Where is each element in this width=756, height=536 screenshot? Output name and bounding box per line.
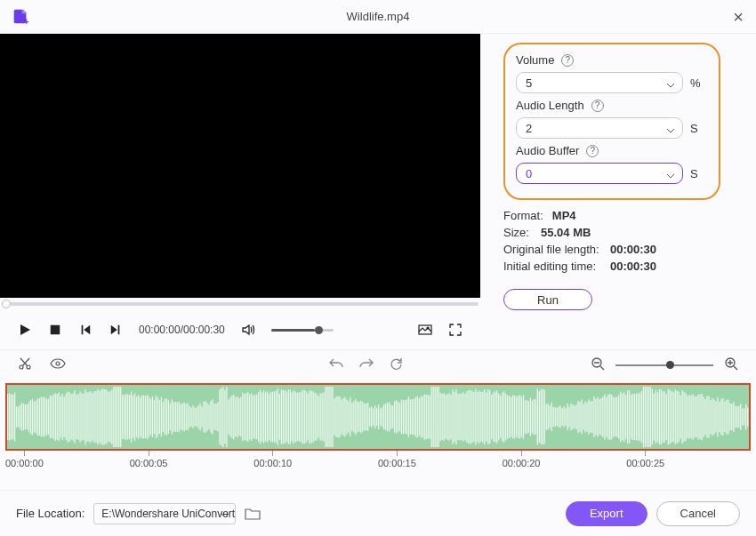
svg-rect-221: [382, 407, 382, 427]
svg-rect-406: [708, 396, 709, 438]
svg-rect-148: [253, 396, 253, 438]
svg-rect-223: [385, 404, 386, 430]
svg-rect-115: [194, 408, 195, 427]
svg-rect-16: [20, 404, 20, 428]
file-location-combo[interactable]: E:\Wondershare UniConverter: [93, 503, 236, 524]
volume-combo[interactable]: 5: [516, 72, 683, 93]
close-icon[interactable]: ×: [733, 7, 744, 28]
svg-rect-101: [170, 404, 171, 430]
run-button[interactable]: Run: [503, 289, 592, 310]
stop-icon[interactable]: [48, 323, 62, 337]
svg-rect-237: [410, 399, 411, 434]
svg-rect-283: [491, 395, 492, 439]
svg-rect-277: [480, 392, 481, 442]
svg-rect-267: [462, 392, 463, 441]
svg-rect-425: [742, 408, 743, 425]
svg-rect-188: [323, 392, 324, 441]
svg-rect-123: [208, 404, 209, 429]
svg-rect-224: [387, 403, 388, 432]
svg-rect-238: [412, 399, 413, 435]
app-logo-icon: +: [11, 7, 30, 27]
svg-rect-385: [672, 391, 672, 443]
svg-rect-265: [459, 394, 460, 440]
svg-rect-372: [648, 387, 649, 447]
svg-rect-284: [493, 393, 494, 442]
svg-rect-332: [577, 401, 578, 433]
svg-rect-363: [632, 394, 633, 440]
play-icon[interactable]: [18, 323, 32, 337]
svg-rect-164: [281, 389, 282, 444]
svg-rect-54: [86, 392, 87, 441]
volume-slider[interactable]: [271, 329, 334, 332]
svg-rect-337: [586, 403, 587, 432]
timeline-ruler: 00:00:0000:00:0500:00:1000:00:1500:00:20…: [5, 451, 751, 472]
zoom-out-icon[interactable]: [591, 356, 605, 373]
svg-rect-47: [74, 390, 75, 443]
svg-rect-206: [355, 399, 356, 435]
svg-rect-122: [206, 403, 207, 431]
export-button[interactable]: Export: [566, 501, 647, 526]
svg-rect-155: [265, 392, 266, 441]
help-icon[interactable]: ?: [561, 54, 574, 67]
svg-rect-411: [717, 397, 718, 437]
svg-rect-189: [325, 387, 326, 447]
svg-rect-149: [254, 395, 255, 439]
svg-rect-258: [446, 394, 447, 439]
svg-rect-40: [62, 394, 63, 440]
svg-rect-211: [364, 404, 365, 431]
svg-rect-135: [229, 397, 230, 436]
volume-unit: %: [690, 76, 703, 90]
svg-rect-134: [228, 400, 229, 435]
svg-rect-350: [609, 394, 610, 440]
svg-rect-179: [308, 394, 309, 441]
svg-rect-256: [443, 393, 444, 441]
cancel-button[interactable]: Cancel: [656, 501, 740, 526]
svg-rect-72: [118, 387, 119, 447]
svg-rect-275: [477, 392, 478, 442]
svg-rect-370: [645, 387, 646, 447]
svg-rect-246: [426, 395, 427, 439]
svg-rect-42: [66, 394, 67, 440]
svg-text:+: +: [24, 17, 29, 27]
fullscreen-icon[interactable]: [448, 323, 462, 337]
snapshot-icon[interactable]: [418, 323, 432, 337]
svg-rect-414: [722, 398, 723, 436]
svg-rect-14: [16, 406, 17, 428]
svg-rect-186: [319, 394, 320, 441]
video-progress[interactable]: [0, 298, 480, 310]
next-frame-icon[interactable]: [109, 323, 123, 337]
browse-folder-icon[interactable]: [245, 507, 261, 521]
svg-rect-289: [502, 393, 503, 442]
zoom-in-icon[interactable]: [724, 356, 738, 373]
svg-rect-37: [57, 394, 58, 440]
svg-rect-369: [643, 387, 644, 447]
svg-rect-427: [745, 404, 746, 430]
svg-rect-129: [219, 389, 220, 444]
svg-rect-160: [274, 391, 275, 442]
preview-icon[interactable]: [50, 358, 66, 372]
svg-rect-194: [334, 398, 334, 435]
help-icon[interactable]: ?: [586, 145, 599, 157]
audio-buffer-combo[interactable]: 0: [516, 163, 683, 184]
undo-icon[interactable]: [329, 357, 343, 373]
svg-rect-424: [740, 404, 741, 430]
zoom-slider[interactable]: [615, 364, 713, 366]
svg-rect-191: [328, 387, 329, 447]
refresh-icon[interactable]: [390, 357, 403, 373]
svg-rect-159: [272, 392, 273, 443]
redo-icon[interactable]: [359, 357, 374, 373]
svg-rect-182: [313, 391, 314, 442]
svg-rect-170: [292, 392, 293, 441]
svg-rect-273: [473, 392, 474, 442]
cut-icon[interactable]: [18, 356, 32, 373]
svg-rect-205: [353, 401, 354, 432]
svg-rect-330: [574, 406, 575, 428]
svg-rect-199: [342, 398, 343, 436]
audio-waveform[interactable]: [5, 383, 751, 451]
prev-frame-icon[interactable]: [78, 323, 92, 337]
volume-icon[interactable]: [241, 323, 255, 337]
help-icon[interactable]: ?: [591, 100, 604, 112]
svg-rect-46: [72, 393, 73, 440]
audio-length-combo[interactable]: 2: [516, 117, 683, 139]
svg-rect-62: [101, 389, 101, 444]
